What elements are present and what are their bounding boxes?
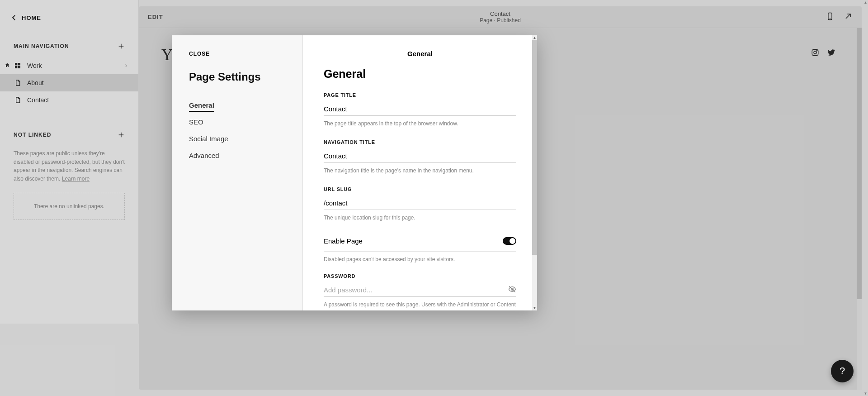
toggle-knob — [509, 238, 515, 244]
settings-tabs: General SEO Social Image Advanced — [189, 99, 285, 162]
field-help: Disabled pages can't be accessed by your… — [324, 255, 516, 263]
tab-advanced[interactable]: Advanced — [189, 149, 285, 162]
tab-social-image[interactable]: Social Image — [189, 132, 285, 145]
url-slug-field: URL SLUG The unique location slug for th… — [324, 186, 516, 222]
page-settings-modal: CLOSE Page Settings General SEO Social I… — [172, 35, 537, 310]
scroll-down-arrow[interactable]: ▼ — [863, 391, 868, 396]
field-help: The page title appears in the top of the… — [324, 119, 516, 128]
tab-seo[interactable]: SEO — [189, 115, 285, 129]
page-title-field: PAGE TITLE The page title appears in the… — [324, 92, 516, 128]
field-help: The navigation title is the page's name … — [324, 167, 516, 175]
modal-sidebar: CLOSE Page Settings General SEO Social I… — [172, 35, 303, 310]
toggle-password-visibility[interactable] — [508, 285, 516, 295]
modal-title: Page Settings — [189, 71, 285, 83]
scroll-up-arrow[interactable]: ▲ — [863, 0, 868, 5]
scrollbar-thumb[interactable] — [532, 40, 537, 255]
scroll-down-arrow[interactable]: ▼ — [532, 305, 537, 310]
password-field: PASSWORD A password is required to see t… — [324, 273, 516, 310]
field-help: The unique location slug for this page. — [324, 214, 516, 222]
navigation-title-input[interactable] — [324, 149, 516, 163]
modal-scrollbar[interactable]: ▲ ▼ — [532, 35, 537, 310]
navigation-title-field: NAVIGATION TITLE The navigation title is… — [324, 139, 516, 175]
url-slug-input[interactable] — [324, 196, 516, 210]
section-title: General — [324, 67, 516, 81]
help-button[interactable]: ? — [831, 360, 854, 382]
modal-content: General General PAGE TITLE The page titl… — [303, 35, 537, 310]
password-input[interactable] — [324, 283, 516, 297]
enable-page-toggle[interactable] — [503, 237, 516, 245]
tab-general[interactable]: General — [189, 99, 214, 112]
field-label: URL SLUG — [324, 186, 516, 192]
field-label: PASSWORD — [324, 273, 516, 279]
close-button[interactable]: CLOSE — [189, 51, 285, 57]
enable-page-field: Enable Page Disabled pages can't be acce… — [324, 234, 516, 263]
window-scrollbar[interactable]: ▲ ▼ — [863, 0, 868, 396]
field-label: NAVIGATION TITLE — [324, 139, 516, 145]
field-help: A password is required to see this page.… — [324, 301, 516, 310]
field-label: PAGE TITLE — [324, 92, 516, 98]
scroll-up-arrow[interactable]: ▲ — [532, 35, 537, 40]
page-title-input[interactable] — [324, 102, 516, 116]
eye-off-icon — [508, 285, 516, 293]
enable-page-label: Enable Page — [324, 237, 363, 245]
modal-section-header: General — [303, 35, 537, 67]
